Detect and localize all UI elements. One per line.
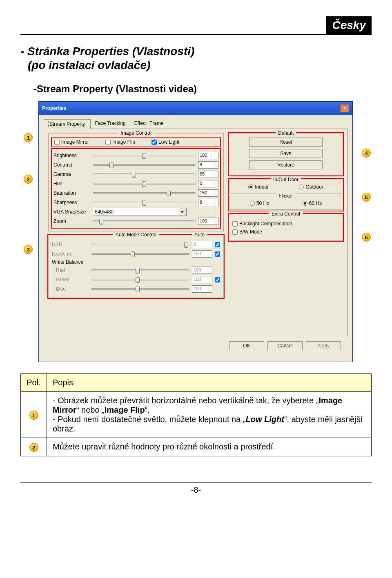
radio-50hz[interactable]: 50 Hz <box>250 200 269 206</box>
auto-usb-checkbox[interactable] <box>215 242 220 247</box>
slider-red: Red100 <box>52 266 220 274</box>
callout-4: 4 <box>362 149 371 158</box>
tab-face-tracking[interactable]: Face Tracking <box>90 119 130 129</box>
radio-outdoor[interactable]: Outdoor <box>299 184 323 190</box>
row2-marker: 2 <box>21 438 47 456</box>
radio-60hz[interactable]: 60 Hz <box>303 200 322 206</box>
callout-2: 2 <box>24 175 33 184</box>
image-control-legend: Image Control <box>118 130 154 136</box>
callout-5: 5 <box>362 193 371 202</box>
page-heading-1: - Stránka Properties (Vlastnosti) <box>20 45 372 58</box>
th-popis: Popis <box>47 374 372 392</box>
window-title: Properties <box>42 105 66 111</box>
tab-stream-property[interactable]: Stream Property <box>44 119 91 129</box>
page-number: -8- <box>20 485 372 495</box>
slider-gamma[interactable]: Gamma65 <box>53 170 218 178</box>
flicker-group: Flicker 50 Hz 60 Hz <box>229 196 342 210</box>
ok-button[interactable]: OK <box>229 341 264 350</box>
slider-exposure: Exposure150 <box>52 250 220 258</box>
auto-mode-group: Auto Mode Control Auto USB8 Exposure150 … <box>48 235 224 298</box>
divider <box>20 34 372 35</box>
slider-usb: USB8 <box>52 240 220 249</box>
slider-green: Green100 <box>52 276 220 284</box>
checkbox-low-light[interactable]: Low Light <box>151 139 179 145</box>
reset-button[interactable]: Reset <box>249 138 323 147</box>
slider-zoom[interactable]: Zoom100 <box>53 217 218 225</box>
row2-text: Můžete upravit různé hodnoty pro různé o… <box>47 438 372 456</box>
flicker-legend: Flicker <box>276 193 295 199</box>
tab-strip: Stream Property Face Tracking Effect_Fra… <box>44 119 347 129</box>
image-control-group: Image Control Image Mirror Image Flip Lo… <box>48 133 224 231</box>
checkbox-image-mirror[interactable]: Image Mirror <box>54 139 89 145</box>
inout-legend: In/Out Door <box>271 177 301 182</box>
auto-wb-checkbox[interactable] <box>215 277 220 282</box>
radio-indoor[interactable]: Indoor <box>248 184 269 190</box>
checkbox-image-flip[interactable]: Image Flip <box>105 139 135 145</box>
apply-button[interactable]: Apply <box>306 341 341 350</box>
dropdown-icon <box>179 209 185 215</box>
description-table: Pol. Popis 1 - Obrázek můžete převrátit … <box>20 373 372 456</box>
callout-3: 3 <box>24 245 33 254</box>
extra-legend: Extra Control <box>269 211 303 217</box>
save-button[interactable]: Save <box>249 149 323 158</box>
inout-group: In/Out Door Indoor Outdoor <box>229 180 342 193</box>
slider-contrast[interactable]: Contrast8 <box>53 161 218 169</box>
row1-marker: 1 <box>21 392 47 438</box>
th-pol: Pol. <box>21 374 47 392</box>
callout-6: 6 <box>362 233 371 242</box>
checkbox-bw-mode[interactable]: B/W Mode <box>232 229 339 235</box>
auto-exposure-checkbox[interactable] <box>215 251 220 257</box>
dialog-screenshot: 1 2 3 4 5 6 Properties × Stream Property… <box>20 101 372 362</box>
slider-brightness[interactable]: Brightness100 <box>53 151 218 160</box>
tab-effect-frame[interactable]: Effect_Frame <box>130 119 168 129</box>
default-group: Default Reset Save Restore <box>229 133 343 176</box>
page-heading-2: -Stream Property (Vlastnosti videa) <box>33 83 372 95</box>
combo-snapsize[interactable]: VGA SnapSize640x480 <box>53 208 218 216</box>
slider-blue: Blue100 <box>52 285 220 293</box>
checkbox-backlight[interactable]: Backlight Compensation <box>232 221 339 227</box>
footer-divider-1 <box>20 481 372 481</box>
auto-mode-legend: Auto Mode Control <box>113 232 159 238</box>
auto-column-label: Auto <box>192 232 207 238</box>
cancel-button[interactable]: Cancel <box>267 341 303 350</box>
white-balance-label: White Balance <box>52 259 220 265</box>
language-badge: Česky <box>326 16 372 34</box>
default-legend: Default <box>276 130 296 136</box>
restore-button[interactable]: Restore <box>249 160 323 169</box>
titlebar: Properties × <box>39 102 352 115</box>
extra-control-group: Extra Control Backlight Compensation B/W… <box>229 214 343 241</box>
properties-dialog: Properties × Stream Property Face Tracki… <box>38 101 353 362</box>
slider-saturation[interactable]: Saturation150 <box>53 189 218 197</box>
row1-text: - Obrázek můžete převrátit horizontálně … <box>47 392 372 438</box>
footer-divider-2 <box>20 482 372 483</box>
callout-1: 1 <box>24 133 33 142</box>
slider-hue[interactable]: Hue0 <box>53 180 218 188</box>
page-heading-1b: (po instalaci ovladače) <box>28 59 372 72</box>
slider-sharpness[interactable]: Sharpness8 <box>53 198 218 207</box>
close-button[interactable]: × <box>340 104 349 112</box>
